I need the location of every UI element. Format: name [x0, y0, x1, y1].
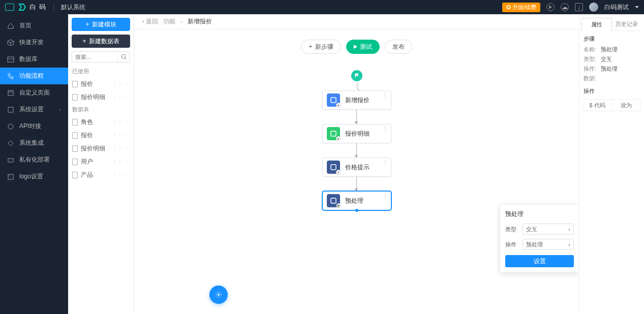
node-more-icon[interactable]: ⋮ — [382, 94, 389, 97]
flow-start-node[interactable] — [351, 70, 362, 81]
popup-settings-button[interactable]: 设置 — [505, 255, 574, 267]
svg-point-10 — [9, 175, 10, 176]
node-title: 价格提示 — [345, 163, 370, 172]
upgrade-button[interactable]: ✪ 升级/续费 — [502, 3, 540, 12]
more-icon[interactable]: ⋯ — [125, 172, 130, 178]
property-row: 名称:预处理 — [579, 45, 644, 54]
brand-name: 白 码 — [29, 3, 46, 12]
prop-key: 名称: — [584, 46, 601, 53]
node-type-icon: ! — [327, 161, 340, 174]
op-set-button[interactable]: 设为 — [612, 100, 640, 111]
download-icon[interactable]: ↓ — [575, 3, 583, 11]
flow-canvas[interactable]: ‹ 返回 功能 - 新增报价 +新步骤 测试 发布 + 新增报价 ⋮ + 报价明… — [134, 14, 579, 314]
popup-type-select[interactable]: 交互› — [523, 224, 574, 235]
lightbulb-icon — [214, 290, 223, 299]
nav-logo[interactable]: logo设置 — [0, 168, 68, 185]
sliders-icon[interactable]: ⋮⋮ — [112, 81, 122, 87]
more-icon[interactable]: ⋯ — [125, 95, 130, 100]
tab-attributes[interactable]: 属性 — [581, 18, 612, 31]
image-icon — [7, 173, 14, 180]
nav-database[interactable]: 数据库 — [0, 51, 68, 68]
module-item[interactable]: 报价明细⋮⋮⋯ — [68, 90, 134, 104]
nav-system-settings[interactable]: 系统设置› — [0, 101, 68, 118]
help-fab[interactable] — [209, 286, 228, 304]
nav-label: 私有化部署 — [19, 155, 50, 164]
svg-rect-0 — [8, 57, 14, 62]
new-table-button[interactable]: +新建数据表 — [72, 35, 130, 48]
nav-deploy[interactable]: 私有化部署 — [0, 151, 68, 168]
popup-op-select[interactable]: 预处理› — [523, 239, 574, 250]
nav-workflow[interactable]: 功能流程 — [0, 68, 68, 84]
doc-icon — [72, 145, 78, 152]
nav-label: 数据库 — [19, 55, 38, 64]
sliders-icon[interactable]: ⋮⋮ — [112, 172, 122, 178]
doc-icon — [72, 172, 78, 178]
module-label: 报价明细 — [81, 144, 105, 153]
new-step-button[interactable]: +新步骤 — [301, 40, 341, 54]
node-more-icon[interactable]: ⋮ — [382, 195, 389, 198]
node-more-icon[interactable]: ⋮ — [382, 161, 389, 164]
svg-point-11 — [121, 54, 126, 58]
more-icon[interactable]: ⋯ — [125, 146, 130, 151]
more-icon[interactable]: ⋯ — [125, 159, 130, 165]
button-label: 新建数据表 — [89, 37, 119, 46]
module-item[interactable]: 报价⋮⋮⋯ — [68, 77, 134, 90]
user-menu-caret-icon[interactable] — [635, 6, 639, 8]
new-module-button[interactable]: +新建模块 — [72, 18, 130, 31]
flow-connector — [356, 143, 357, 158]
selection-handle[interactable] — [355, 209, 358, 212]
module-item[interactable]: 产品⋮⋮⋯ — [68, 168, 134, 181]
flow-node[interactable]: + 报价明细 ⋮ — [322, 124, 391, 143]
sliders-icon[interactable]: ⋮⋮ — [112, 159, 122, 165]
upgrade-label: 升级/续费 — [512, 4, 536, 11]
sliders-icon[interactable]: ⋮⋮ — [112, 146, 122, 151]
sliders-icon[interactable]: ⋮⋮ — [112, 95, 122, 100]
nav-quick-dev[interactable]: 快速开发 — [0, 34, 68, 51]
search-input[interactable] — [72, 52, 117, 62]
flow-node[interactable]: ⟳ 预处理 ⋮ — [322, 191, 391, 210]
search-button[interactable] — [117, 52, 130, 62]
nav-home[interactable]: 首页 — [0, 17, 68, 34]
sliders-icon[interactable]: ⋮⋮ — [112, 133, 122, 138]
cloud-icon[interactable]: ☁ — [561, 3, 569, 11]
svg-rect-15 — [331, 165, 336, 170]
sliders-icon[interactable]: ⋮⋮ — [112, 119, 122, 125]
node-badge-icon: ! — [336, 170, 341, 175]
more-icon[interactable]: ⋯ — [125, 133, 130, 138]
back-link[interactable]: ‹ 返回 — [142, 17, 158, 26]
svg-rect-2 — [8, 74, 10, 76]
play-preview-icon[interactable] — [546, 3, 555, 11]
nav-custom-page[interactable]: 自定义页面 — [0, 84, 68, 101]
module-label: 报价 — [81, 131, 93, 140]
module-item[interactable]: 角色⋮⋮⋯ — [68, 115, 134, 129]
nav-api[interactable]: API对接 — [0, 118, 68, 135]
user-name[interactable]: 白码测试 — [604, 3, 629, 12]
nav-label: 系统设置 — [19, 105, 44, 114]
more-icon[interactable]: ⋯ — [125, 119, 130, 125]
crumb-sep: - — [180, 18, 182, 25]
module-item[interactable]: 用户⋮⋮⋯ — [68, 155, 134, 168]
op-code-button[interactable]: $ 代码 — [583, 100, 612, 111]
node-type-icon: ⟳ — [327, 194, 340, 207]
more-icon[interactable]: ⋯ — [125, 81, 130, 87]
publish-button[interactable]: 发布 — [385, 40, 412, 54]
module-label: 角色 — [81, 118, 93, 127]
module-item[interactable]: 报价⋮⋮⋯ — [68, 129, 134, 142]
avatar[interactable] — [589, 3, 598, 12]
module-label: 报价 — [81, 80, 93, 88]
menu-toggle-icon[interactable] — [5, 4, 14, 11]
divider — [53, 4, 54, 11]
flow-node[interactable]: ! 价格提示 ⋮ — [322, 158, 391, 177]
svg-point-7 — [8, 124, 13, 129]
tab-history[interactable]: 历史记录 — [612, 17, 642, 30]
test-button[interactable]: 测试 — [346, 40, 380, 54]
group-used-header: 已使用 — [68, 66, 134, 77]
node-more-icon[interactable]: ⋮ — [382, 128, 389, 131]
chevron-right-icon: › — [568, 241, 570, 247]
nav-integration[interactable]: 系统集成 — [0, 135, 68, 151]
prop-key: 数据: — [584, 75, 601, 82]
logo-icon — [18, 3, 26, 11]
flow-node[interactable]: + 新增报价 ⋮ — [322, 90, 391, 110]
module-item[interactable]: 报价明细⋮⋮⋯ — [68, 142, 134, 155]
system-name[interactable]: 默认系统 — [61, 3, 85, 12]
